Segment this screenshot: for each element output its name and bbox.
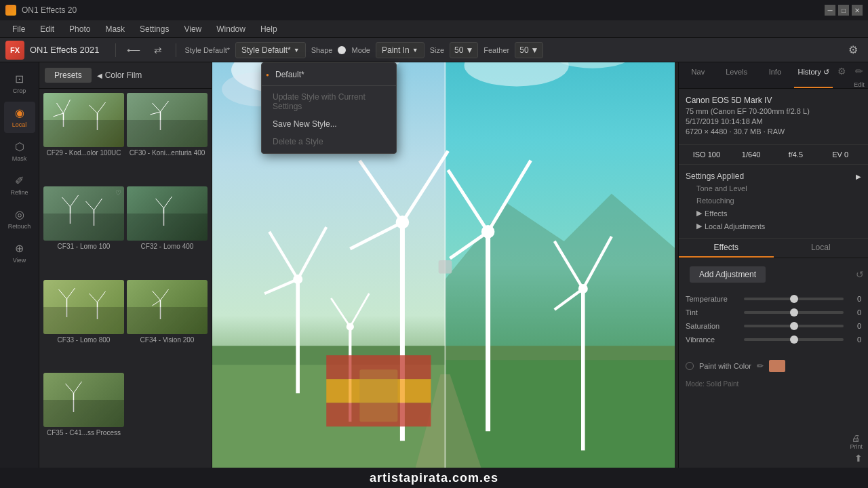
menu-item-help[interactable]: Help	[254, 22, 284, 37]
tab-levels[interactable]: Levels	[717, 62, 756, 88]
saturation-slider[interactable]	[744, 325, 844, 327]
paint-pen-icon[interactable]: ✏	[757, 361, 764, 371]
size-label: Size	[430, 46, 444, 54]
print-icon[interactable]: 🖨 Print	[850, 433, 863, 450]
saturation-value: 0	[848, 322, 861, 330]
add-adjustment-button[interactable]: Add Adjustment	[690, 266, 766, 283]
saturation-handle[interactable]	[790, 322, 798, 330]
menu-item-photo[interactable]: Photo	[62, 22, 97, 37]
expand-icon-effects: ▶	[696, 209, 702, 218]
svg-rect-46	[446, 360, 679, 468]
paint-color-radio[interactable]	[686, 362, 694, 370]
tab-history[interactable]: History ↺	[794, 62, 833, 88]
close-button[interactable]: ✕	[852, 5, 863, 16]
preset-cf34[interactable]: CF34 - Vision 200	[127, 280, 208, 371]
titlebar: ON1 Effects 20 ─ □ ✕	[0, 0, 868, 20]
svg-line-3	[64, 100, 71, 113]
local-adj-label: Local Adjustments	[705, 222, 765, 230]
presets-panel: Presets ◀ Color Film	[39, 62, 212, 468]
aperture-value: f/4.5	[775, 150, 817, 159]
sidebar-tool-refine[interactable]: ✐ Refine	[4, 169, 35, 201]
menu-item-settings[interactable]: Settings	[133, 22, 176, 37]
svg-line-20	[164, 197, 172, 208]
mode-dropdown[interactable]: Paint In ▼	[376, 42, 425, 58]
svg-line-19	[156, 199, 164, 208]
svg-line-7	[98, 102, 106, 113]
preset-cf33[interactable]: CF33 - Lomo 800	[43, 280, 124, 371]
fx-logo: FX	[5, 41, 24, 60]
maximize-button[interactable]: □	[838, 5, 849, 16]
preset-label-cf30: CF30 - Koni...enturia 400	[127, 147, 208, 159]
preset-cf32[interactable]: CF32 - Lomo 400	[127, 186, 208, 277]
vibrance-slider[interactable]	[744, 338, 844, 341]
left-sidebar: ⊡ Crop ◉ Local ⬡ Mask ✐ Refine ◎ Retouch…	[0, 62, 39, 468]
back-button[interactable]: ◀ Color Film	[97, 70, 142, 80]
toolbar-arrow-btn[interactable]: ⟵	[124, 41, 143, 60]
svg-line-22	[59, 289, 67, 299]
refine-icon: ✐	[15, 174, 24, 187]
size-value: 50	[454, 45, 463, 55]
color-swatch[interactable]	[769, 360, 785, 372]
tab-nav[interactable]: Nav	[679, 62, 717, 88]
dropdown-item-default[interactable]: Default*	[262, 66, 396, 83]
shape-label: Shape	[311, 46, 333, 54]
tab-info[interactable]: Info	[756, 62, 795, 88]
tint-slider[interactable]	[744, 311, 844, 314]
right-tabs: Nav Levels Info History ↺ ⚙ ✏ Edit	[679, 62, 868, 89]
minimize-button[interactable]: ─	[825, 5, 835, 16]
sidebar-tool-local[interactable]: ◉ Local	[4, 102, 35, 133]
style-dropdown[interactable]: Style Default* ▼	[235, 42, 306, 58]
menu-item-mask[interactable]: Mask	[98, 22, 132, 37]
feather-dropdown[interactable]: 50 ▼	[515, 42, 543, 58]
refresh-icon[interactable]: ↺	[856, 269, 864, 280]
history-icon: ↺	[823, 68, 829, 76]
toolbar-swap-btn[interactable]: ⇄	[149, 41, 167, 60]
temperature-row: Temperature 0	[686, 295, 861, 303]
sidebar-tool-retouch[interactable]: ◎ Retouch	[4, 203, 35, 235]
presets-button[interactable]: Presets	[45, 68, 92, 83]
menu-item-view[interactable]: View	[177, 22, 208, 37]
settings-applied-header[interactable]: Settings Applied ▶	[686, 170, 861, 182]
effects-label: Effects	[705, 209, 727, 218]
svg-line-28	[153, 291, 161, 300]
temperature-handle[interactable]	[790, 295, 798, 303]
tint-handle[interactable]	[790, 308, 798, 317]
canvas-scrollbar[interactable]	[675, 62, 678, 468]
presets-header: Presets ◀ Color Film	[39, 62, 212, 89]
size-dropdown[interactable]: 50 ▼	[450, 42, 478, 58]
preset-cf35[interactable]: CF35 - C41...ss Process	[43, 373, 124, 464]
sub-item-local[interactable]: ▶ Local Adjustments	[686, 220, 861, 232]
dimensions-info: 6720 × 4480 · 30.7 MB · RAW	[686, 127, 861, 136]
settings-applied-label: Settings Applied	[686, 171, 744, 181]
sub-item-effects[interactable]: ▶ Effects	[686, 207, 861, 220]
dropdown-item-delete[interactable]: Delete a Style	[262, 133, 396, 150]
dropdown-item-update[interactable]: Update Style with Current Settings	[262, 88, 396, 115]
export-icon[interactable]: ⬆	[854, 453, 863, 464]
sidebar-tool-crop[interactable]: ⊡ Crop	[4, 68, 35, 99]
menu-item-edit[interactable]: Edit	[33, 22, 61, 37]
svg-rect-72	[439, 260, 452, 274]
dropdown-item-save-new[interactable]: Save New Style...	[262, 115, 396, 133]
sidebar-tool-mask[interactable]: ⬡ Mask	[4, 136, 35, 167]
temperature-slider[interactable]	[744, 298, 844, 300]
mode-solid-paint-label: Mode: Solid Paint	[686, 380, 738, 388]
svg-line-23	[67, 288, 75, 299]
datetime-info: 5/17/2019 10:14:18 AM	[686, 117, 861, 125]
paint-color-label: Paint with Color	[699, 362, 751, 370]
adjustments-section: Temperature 0 Tint 0 Saturation	[679, 291, 868, 353]
menu-item-window[interactable]: Window	[210, 22, 252, 37]
sub-item-retouch: Retouching	[686, 195, 861, 207]
preset-cf30[interactable]: CF30 - Koni...enturia 400	[127, 93, 208, 184]
menu-item-file[interactable]: File	[5, 22, 32, 37]
local-tab[interactable]: Local	[774, 239, 869, 258]
preset-cf29[interactable]: CF29 - Kod...olor 100UC	[43, 93, 124, 184]
saturation-label: Saturation	[686, 322, 740, 330]
vibrance-handle[interactable]	[790, 336, 798, 344]
gear-button[interactable]: ⚙	[844, 41, 863, 60]
preset-label-cf31: CF31 - Lomo 100	[43, 241, 124, 252]
effects-tab[interactable]: Effects	[679, 239, 774, 258]
sidebar-tool-view[interactable]: ⊕ View	[4, 237, 35, 268]
gear-settings-icon[interactable]: ⚙	[833, 62, 850, 80]
shape-circle	[338, 46, 346, 54]
preset-cf31[interactable]: ♡ CF31 - Lomo 100	[43, 186, 124, 277]
